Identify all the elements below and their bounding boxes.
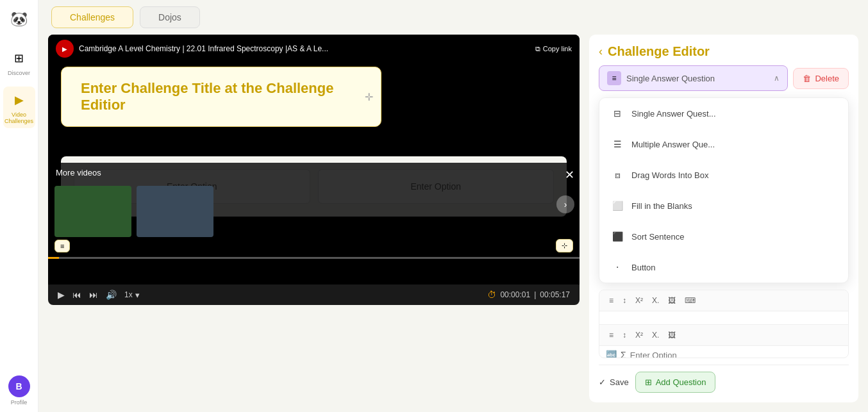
toolbar2-sort-btn[interactable]: ↕ xyxy=(619,329,630,342)
question-type-dropdown: ⊟ Single Answer Quest... ☰ Multiple Answ… xyxy=(599,97,849,283)
toolbar2-list-btn[interactable]: ≡ xyxy=(606,329,617,342)
bottom-right-icons: ⊹ xyxy=(556,239,573,252)
fill-blanks-icon: ⬜ xyxy=(610,198,625,213)
badge-icon: ≡ xyxy=(60,242,64,250)
single-answer-icon: ⊟ xyxy=(610,106,625,121)
multiple-answer-icon: ☰ xyxy=(610,136,625,152)
video-container: ▶ Cambridge A Level Chemistry | 22.01 In… xyxy=(48,35,580,284)
copy-link-button[interactable]: ⧉ Copy link xyxy=(535,45,572,53)
next-video-button[interactable]: › xyxy=(556,195,574,213)
video-panel: ▶ Cambridge A Level Chemistry | 22.01 In… xyxy=(48,35,580,402)
toolbar-list-btn[interactable]: ≡ xyxy=(606,294,617,307)
copy-icon: ⧉ xyxy=(535,45,540,53)
tab-challenges[interactable]: Challenges xyxy=(51,6,133,28)
dropdown-item-drag-words[interactable]: ⧈ Drag Words Into Box xyxy=(599,160,848,190)
editor-toolbar-bottom: ≡ ↕ X² X. 🖼 xyxy=(599,324,848,345)
toolbar2-subscript-btn[interactable]: X. xyxy=(649,329,662,342)
checkmark-icon: ✓ xyxy=(599,377,606,387)
option-input-area: 🔤 Σ document.querySelector('[data-name="… xyxy=(599,345,848,358)
trash-icon: 🗑 xyxy=(803,74,811,83)
question-type-bar: ≡ Single Answer Question ∧ 🗑 Delete xyxy=(599,65,849,91)
sidebar-item-discover-label: Discover xyxy=(8,70,30,76)
challenge-title-box[interactable]: Enter Challenge Title at the Challenge E… xyxy=(61,67,381,127)
delete-button[interactable]: 🗑 Delete xyxy=(793,68,849,89)
rewind-button[interactable]: ⏮ xyxy=(72,290,81,300)
editor-toolbar-top: ≡ ↕ X² X. 🖼 ⌨ xyxy=(599,290,848,311)
clock-icon: ⏱ xyxy=(487,290,496,300)
sort-sentence-icon: ⬛ xyxy=(610,229,625,244)
type-selector-label: Single Answer Question xyxy=(626,74,769,83)
dropdown-item-button[interactable]: ⬝ Button xyxy=(599,252,848,283)
play-button[interactable]: ▶ xyxy=(58,290,65,300)
toolbar-sort-btn[interactable]: ↕ xyxy=(619,294,630,307)
save-button[interactable]: ✓ Save xyxy=(599,377,629,387)
editor-title: Challenge Editor xyxy=(608,44,710,59)
challenge-editor-panel: ‹ Challenge Editor ≡ Single Answer Quest… xyxy=(589,35,858,402)
option-text-input[interactable] xyxy=(630,350,842,359)
video-thumb-2[interactable] xyxy=(137,186,213,237)
add-question-button[interactable]: ⊞ Add Question xyxy=(635,372,716,393)
speed-control: 1x ▾ xyxy=(124,290,140,300)
discover-icon: ⊞ xyxy=(10,49,29,68)
speed-dropdown-button[interactable]: ▾ xyxy=(135,290,140,300)
editor-header: ‹ Challenge Editor xyxy=(599,44,849,59)
avatar[interactable]: B xyxy=(8,375,30,397)
drag-handle-icon: ✛ xyxy=(365,91,373,103)
sidebar-item-video-challenges[interactable]: ▶ VideoChallenges xyxy=(3,87,35,128)
toolbar-subscript-btn[interactable]: X. xyxy=(649,294,662,307)
option-formula-btn[interactable]: Σ xyxy=(621,350,626,358)
logo: 🐼 xyxy=(6,6,32,32)
toolbar-superscript-btn[interactable]: X² xyxy=(632,294,646,307)
volume-button[interactable]: 🔊 xyxy=(106,290,117,300)
more-videos-content xyxy=(54,186,573,237)
editor-actions: ✓ Save ⊞ Add Question xyxy=(599,365,849,393)
more-videos-overlay: More videos ✕ › xyxy=(48,163,580,246)
video-progress-bar-container[interactable] xyxy=(48,257,580,259)
toolbar-image-btn[interactable]: 🖼 xyxy=(665,294,679,307)
sidebar-item-discover[interactable]: ⊞ Discover xyxy=(3,45,35,80)
avatar-label: Profile xyxy=(11,399,28,406)
sidebar-item-video-challenges-label: VideoChallenges xyxy=(4,111,33,124)
top-nav: Challenges Dojos xyxy=(38,0,868,35)
challenge-type-badge[interactable]: ≡ xyxy=(54,240,70,252)
close-more-videos-button[interactable]: ✕ xyxy=(565,168,574,182)
video-title-bar: ▶ Cambridge A Level Chemistry | 22.01 In… xyxy=(48,35,580,63)
channel-icon: ▶ xyxy=(56,40,74,58)
drag-icon-badge[interactable]: ⊹ xyxy=(556,239,573,252)
dropdown-item-fill-blanks[interactable]: ⬜ Fill in the Blanks xyxy=(599,190,848,221)
toolbar2-superscript-btn[interactable]: X² xyxy=(632,329,646,342)
option-image-btn[interactable]: 🔤 xyxy=(606,350,617,358)
video-thumb-1[interactable] xyxy=(54,186,131,237)
dropdown-item-multiple-answer[interactable]: ☰ Multiple Answer Que... xyxy=(599,129,848,160)
time-display: ⏱ 00:00:01 | 00:05:17 xyxy=(487,290,570,300)
editor-content: ≡ ↕ X² X. 🖼 ⌨ ≡ ↕ X² X. 🖼 🔤 Σ xyxy=(599,290,849,358)
bottom-icons-bar: ≡ xyxy=(54,240,70,252)
more-videos-label: More videos xyxy=(56,168,101,177)
video-controls: ▶ ⏮ ⏭ 🔊 1x ▾ ⏱ 00:00:01 | 00:05:17 xyxy=(48,284,580,305)
challenge-title-text: Enter Challenge Title at the Challenge E… xyxy=(81,80,333,113)
tab-dojos[interactable]: Dojos xyxy=(140,6,200,28)
back-button[interactable]: ‹ xyxy=(599,45,603,58)
video-challenges-icon: ▶ xyxy=(10,90,29,110)
chevron-up-icon: ∧ xyxy=(774,74,780,83)
question-type-selector[interactable]: ≡ Single Answer Question ∧ xyxy=(599,65,788,91)
sidebar: 🐼 ⊞ Discover ▶ VideoChallenges B Profile xyxy=(0,0,38,412)
dropdown-item-sort-sentence[interactable]: ⬛ Sort Sentence xyxy=(599,221,848,252)
content-area: ▶ Cambridge A Level Chemistry | 22.01 In… xyxy=(38,35,868,412)
drag-words-icon: ⧈ xyxy=(610,167,625,183)
add-question-icon: ⊞ xyxy=(645,377,652,387)
toolbar2-image-btn[interactable]: 🖼 xyxy=(665,329,679,342)
video-progress-fill xyxy=(48,257,59,259)
editor-text-area[interactable] xyxy=(599,311,848,324)
video-title: Cambridge A Level Chemistry | 22.01 Infr… xyxy=(79,44,530,53)
main-content: Challenges Dojos ▶ Cambridge A Level Che… xyxy=(38,0,868,412)
fast-forward-button[interactable]: ⏭ xyxy=(89,290,98,300)
type-selector-icon: ≡ xyxy=(607,71,621,85)
button-type-icon: ⬝ xyxy=(610,260,625,275)
toolbar-special-btn[interactable]: ⌨ xyxy=(681,294,699,307)
dropdown-item-single-answer[interactable]: ⊟ Single Answer Quest... xyxy=(599,98,848,129)
